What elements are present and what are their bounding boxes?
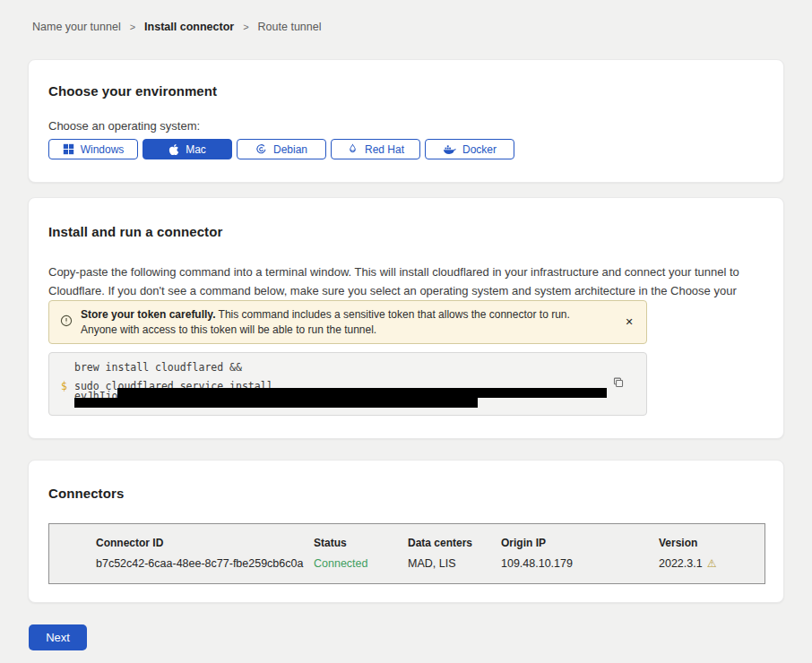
- breadcrumb-separator: >: [130, 22, 135, 32]
- environment-card-title: Choose your environment: [48, 83, 217, 99]
- breadcrumb-install-connector[interactable]: Install connector: [144, 21, 234, 33]
- col-status: Status: [314, 537, 408, 549]
- environment-card: Choose your environment Choose an operat…: [28, 59, 784, 183]
- alert-circle-icon: [60, 314, 73, 327]
- connector-id-value: b7c52c42-6caa-48ee-8c77-fbe259cb6c0a: [96, 557, 314, 570]
- origin-ip-value: 109.48.10.179: [501, 557, 659, 570]
- apple-icon: [168, 143, 179, 156]
- breadcrumb-separator: >: [243, 22, 248, 32]
- os-button-label: Debian: [273, 143, 307, 156]
- os-button-mac[interactable]: Mac: [143, 139, 232, 159]
- warning-triangle-icon[interactable]: ⚠: [707, 557, 717, 570]
- debian-icon: [255, 143, 267, 155]
- install-connector-card: Install and run a connector Copy-paste t…: [28, 197, 784, 439]
- col-connector-id: Connector ID: [96, 537, 314, 549]
- col-version: Version: [659, 537, 764, 549]
- os-button-label: Red Hat: [365, 143, 404, 156]
- windows-icon: [63, 143, 74, 155]
- install-connector-title: Install and run a connector: [48, 224, 222, 239]
- os-button-docker[interactable]: Docker: [425, 139, 514, 159]
- copy-icon[interactable]: [612, 376, 625, 389]
- redacted-token-bar: [74, 398, 478, 408]
- tunnel-setup-page: Name your tunnel > Install connector > R…: [0, 0, 812, 663]
- col-data-centers: Data centers: [408, 537, 501, 549]
- connectors-table: Connector ID Status Data centers Origin …: [48, 523, 765, 584]
- os-select-label: Choose an operating system:: [48, 119, 200, 133]
- version-number: 2022.3.1: [659, 557, 703, 570]
- close-icon[interactable]: ✕: [621, 314, 637, 330]
- breadcrumb-route-tunnel[interactable]: Route tunnel: [258, 21, 322, 33]
- docker-icon: [443, 144, 456, 155]
- token-warning-banner: Store your token carefully. This command…: [48, 300, 647, 344]
- connectors-table-header: Connector ID Status Data centers Origin …: [96, 537, 764, 549]
- table-row: b7c52c42-6caa-48ee-8c77-fbe259cb6c0a Con…: [96, 557, 764, 570]
- next-button[interactable]: Next: [29, 624, 87, 650]
- col-origin-ip: Origin IP: [501, 537, 659, 549]
- os-button-label: Mac: [186, 143, 206, 156]
- breadcrumb-name-your-tunnel[interactable]: Name your tunnel: [32, 21, 121, 33]
- code-prompt: $: [61, 380, 67, 392]
- os-button-group: Windows Mac Debian Red Hat: [48, 139, 514, 159]
- redacted-token-bar: [117, 388, 607, 398]
- redhat-icon: [347, 143, 358, 155]
- os-button-label: Windows: [81, 143, 125, 156]
- breadcrumb: Name your tunnel > Install connector > R…: [32, 21, 321, 33]
- os-button-debian[interactable]: Debian: [237, 139, 326, 159]
- os-button-windows[interactable]: Windows: [48, 139, 138, 159]
- code-line-brew: brew install cloudflared &&: [74, 361, 242, 374]
- data-centers-value: MAD, LIS: [408, 557, 501, 570]
- version-value: 2022.3.1 ⚠: [659, 557, 764, 570]
- token-warning-text: Store your token carefully. This command…: [81, 307, 600, 338]
- connectors-card: Connectors Connector ID Status Data cent…: [28, 460, 784, 603]
- token-warning-title: Store your token carefully.: [81, 308, 216, 321]
- connectors-title: Connectors: [48, 486, 124, 501]
- status-badge: Connected: [314, 557, 408, 570]
- os-button-label: Docker: [462, 143, 497, 156]
- install-command-codeblock: brew install cloudflared && $ sudo cloud…: [48, 352, 647, 416]
- os-button-redhat[interactable]: Red Hat: [331, 139, 420, 159]
